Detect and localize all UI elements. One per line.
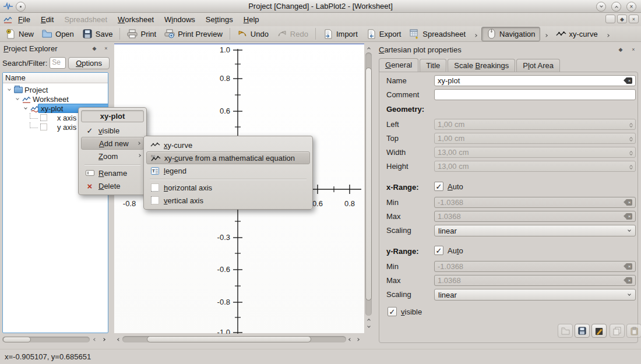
y-tick-label: -0.8 <box>217 298 230 306</box>
import-button[interactable]: Import <box>319 27 362 41</box>
scroll-down-arrow[interactable] <box>365 323 372 331</box>
y-range-heading: y-Range: <box>386 247 419 256</box>
paste-button <box>626 324 641 338</box>
tab-general[interactable]: General <box>379 58 418 72</box>
visible-checkbox[interactable]: ✓ <box>388 307 397 316</box>
tab-title[interactable]: Title <box>420 59 446 72</box>
print-button[interactable]: Print <box>123 27 160 41</box>
scroll-right-arrow[interactable] <box>354 335 361 343</box>
edit-button[interactable] <box>591 324 607 338</box>
mdi-minimize-button[interactable] <box>605 15 615 23</box>
x-auto-checkbox[interactable]: ✓ <box>434 182 443 191</box>
x-min-input: -1.0368 × <box>434 197 636 208</box>
undo-button[interactable]: Undo <box>233 27 273 41</box>
spreadsheet-button[interactable]: Spreadsheet <box>405 27 470 41</box>
menu-edit[interactable]: Edit <box>36 13 59 26</box>
project-explorer-hscrollbar[interactable] <box>2 335 110 344</box>
y-auto-checkbox[interactable]: ✓ <box>434 246 443 255</box>
tree-column-header[interactable]: Name <box>3 73 108 83</box>
name-input[interactable]: xy-plot × <box>434 75 636 86</box>
x-scaling-combobox[interactable]: linear <box>434 225 636 236</box>
scroll-up-arrow[interactable] <box>365 316 372 323</box>
x-max-label: Max <box>386 212 401 221</box>
scroll-left-arrow[interactable] <box>346 335 354 343</box>
xy-plot-context-menu: xy-plot ✓ visible Add new Zoom Rename × … <box>78 107 147 195</box>
save-template-button[interactable] <box>575 324 590 338</box>
titlebar: Project [Changed] - LabPlot2 - [Workshee… <box>0 0 641 13</box>
maximize-button[interactable] <box>611 2 621 12</box>
search-input[interactable]: Se <box>50 57 66 69</box>
close-button[interactable]: × <box>626 2 636 12</box>
export-button[interactable]: Export <box>362 27 406 41</box>
scroll-left-arrow[interactable] <box>115 335 122 343</box>
navigation-button[interactable]: Navigation <box>481 27 540 41</box>
height-label: Height <box>386 162 408 171</box>
menu-worksheet[interactable]: Worksheet <box>112 13 159 26</box>
dock-close-button[interactable]: × <box>629 45 638 54</box>
worksheet-hscrollbar[interactable] <box>115 335 373 344</box>
expander-icon[interactable] <box>6 90 12 90</box>
toolbar-overflow-chevron[interactable] <box>607 30 609 38</box>
mdi-restore-button[interactable]: ◆ <box>617 15 627 23</box>
submenu-item-xy-curve[interactable]: xy-curve <box>146 139 310 151</box>
redo-icon <box>277 29 287 39</box>
toolbar-overflow-chevron[interactable] <box>474 30 477 38</box>
submenu-item-vertical-axis[interactable]: vertical axis <box>146 194 310 207</box>
dock-float-button[interactable]: ◆ <box>90 44 99 52</box>
scrollbar-thumb[interactable] <box>147 336 311 342</box>
submenu-item-horizontal-axis[interactable]: horizontal axis <box>146 181 310 194</box>
menu-windows[interactable]: Windows <box>159 13 200 26</box>
toolbar-overflow-chevron[interactable] <box>545 30 547 38</box>
dock-float-button[interactable]: ◆ <box>616 45 625 54</box>
dock-close-button[interactable]: × <box>101 44 111 52</box>
menu-item-add-new[interactable]: Add new <box>81 137 144 150</box>
scrollbar-thumb[interactable] <box>365 68 372 301</box>
xy-curve-equation-icon: f(x) <box>150 154 161 162</box>
mdi-close-button[interactable]: × <box>629 15 639 23</box>
open-button[interactable]: Open <box>38 27 78 41</box>
scroll-left-arrow[interactable] <box>91 336 98 344</box>
x-tick-label: -0.8 <box>123 199 136 208</box>
menu-item-zoom[interactable]: Zoom <box>81 150 144 162</box>
expander-icon[interactable] <box>23 108 29 109</box>
menu-item-visible[interactable]: ✓ visible <box>81 124 144 137</box>
tree-item-project[interactable]: Project <box>3 85 108 94</box>
new-button[interactable]: New <box>1 27 38 41</box>
worksheet-vscrollbar[interactable] <box>365 44 372 333</box>
horizontal-axis-icon <box>150 183 160 192</box>
menu-help[interactable]: Help <box>238 13 265 26</box>
x-range-heading: x-Range: <box>386 183 419 192</box>
svg-text:T: T <box>152 168 155 174</box>
comment-input[interactable] <box>434 89 636 100</box>
submenu-item-xy-curve-equation[interactable]: f(x) xy-curve from a mathematical equati… <box>146 151 310 164</box>
tab-plot-area[interactable]: Plot Area <box>516 59 560 72</box>
scroll-up-arrow[interactable] <box>365 44 372 52</box>
tree-item-worksheet[interactable]: Worksheet <box>3 94 108 104</box>
visible-label: visible <box>401 308 422 316</box>
worksheet-window-icon[interactable] <box>2 15 13 25</box>
scrollbar-thumb[interactable] <box>3 337 31 342</box>
clear-icon[interactable]: × <box>624 77 632 84</box>
tab-scale-breakings[interactable]: Scale Breakings <box>448 59 515 72</box>
print-preview-button[interactable]: Print Preview <box>160 27 227 41</box>
scrollbar-track[interactable] <box>122 336 346 342</box>
tree-connector <box>30 122 38 128</box>
menu-file[interactable]: File <box>13 13 36 26</box>
menu-item-rename[interactable]: Rename <box>81 167 144 179</box>
scrollbar-track[interactable] <box>365 52 372 316</box>
xy-curve-button[interactable]: xy-curve <box>552 27 602 41</box>
menu-settings[interactable]: Settings <box>200 13 238 26</box>
save-button[interactable]: Save <box>78 27 117 41</box>
y-scaling-combobox[interactable]: linear <box>434 289 636 301</box>
minimize-button[interactable] <box>596 2 606 12</box>
menu-item-delete[interactable]: × Delete <box>81 179 144 192</box>
options-button[interactable]: Options <box>68 57 110 69</box>
clear-icon: × <box>624 263 632 270</box>
scroll-right-arrow[interactable] <box>100 336 107 344</box>
folder-icon <box>13 86 23 94</box>
submenu-item-legend[interactable]: T legend <box>146 164 310 177</box>
properties-tabs: General Title Scale Breakings Plot Area <box>379 58 560 72</box>
rename-icon <box>84 170 95 176</box>
scrollbar-track[interactable] <box>2 337 90 342</box>
expander-icon[interactable] <box>15 99 20 100</box>
